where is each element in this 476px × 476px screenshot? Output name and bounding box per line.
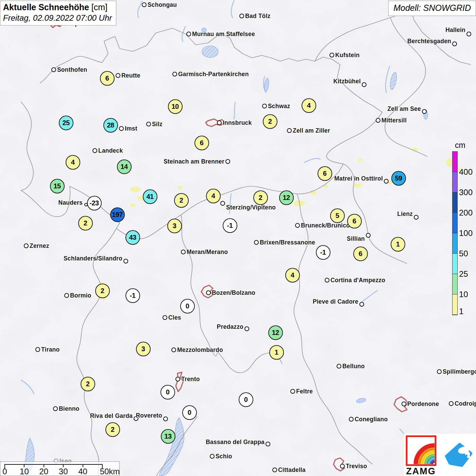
city-marker-icon	[225, 159, 230, 164]
city-marker-icon	[210, 454, 215, 459]
snow-depth-badge: -1	[125, 288, 140, 303]
scale-bar-label: 20	[39, 467, 48, 476]
city-label: Pordenone	[407, 401, 439, 408]
snow-depth-badge: 2	[253, 190, 268, 205]
scale-bar-label: 40	[78, 467, 87, 476]
city-marker-icon	[359, 302, 364, 307]
city-label: Schongau	[148, 1, 177, 8]
city-marker-icon	[64, 293, 69, 298]
city-label: Schlanders/Silandro	[64, 255, 122, 262]
city-marker-icon	[35, 347, 40, 352]
snow-depth-badge: 0	[160, 385, 175, 400]
snow-depth-badge: 2	[78, 216, 93, 231]
snow-depth-badge: -1	[316, 245, 330, 260]
snow-depth-badge: 2	[105, 422, 120, 437]
legend-band	[453, 233, 457, 254]
title-unit: [cm]	[91, 2, 107, 12]
city-marker-icon	[217, 120, 222, 125]
snow-depth-badge: 59	[391, 171, 406, 186]
city-marker-icon	[262, 104, 267, 108]
city-label: Sonthofen	[57, 66, 87, 73]
snow-depth-badge: 6	[353, 247, 368, 261]
legend-band	[453, 274, 457, 294]
city-marker-icon	[414, 215, 419, 220]
snow-depth-badge: 10	[168, 99, 183, 114]
snow-depth-badge: 0	[180, 299, 195, 313]
city-label: Schwaz	[268, 103, 290, 110]
city-label: Berchtesgaden	[407, 38, 451, 45]
snow-depth-badge: 0	[182, 405, 197, 420]
city-label: Zell am See	[387, 105, 421, 113]
city-marker-icon	[220, 201, 225, 206]
city-label: Cittadella	[278, 466, 306, 474]
city-marker-icon	[329, 53, 334, 57]
scale-bar-line	[5, 464, 103, 465]
city-label: Bassano del Grappa	[206, 439, 265, 446]
legend-tick-label: 50	[459, 250, 468, 258]
city-label: Cles	[168, 314, 181, 321]
snow-depth-badge: 4	[285, 268, 300, 283]
snow-depth-badge: 2	[95, 284, 110, 298]
legend: cm 4003002001005025101	[452, 141, 465, 315]
legend-tick-label: 100	[459, 229, 473, 237]
snow-depth-badge: 1	[269, 345, 284, 360]
city-marker-icon	[206, 290, 211, 295]
snow-depth-badge: 6	[347, 214, 362, 228]
city-marker-icon	[142, 2, 147, 7]
city-marker-icon	[244, 326, 249, 331]
city-marker-icon	[123, 259, 128, 264]
city-label: Mittersill	[381, 117, 407, 124]
scale-bar-label: 50km	[100, 467, 120, 476]
snow-depth-badge: 6	[318, 166, 332, 181]
city-label: Garmisch-Partenkirchen	[178, 71, 249, 78]
snow-depth-badge: 14	[117, 159, 132, 174]
city-label: Sillian	[347, 235, 365, 242]
snow-depth-badge: 15	[50, 179, 65, 193]
city-marker-icon	[116, 73, 120, 78]
city-label: Bruneck/Brunico	[301, 222, 350, 229]
city-label: Meran/Merano	[187, 249, 228, 256]
snow-depth-badge: 4	[206, 189, 221, 203]
city-label: Kitzbühel	[333, 78, 361, 85]
city-label: Feltre	[296, 388, 313, 395]
snow-depth-badge: 3	[167, 219, 182, 233]
city-marker-icon	[366, 233, 371, 238]
city-marker-icon	[384, 179, 389, 184]
snow-depth-badge: 4	[302, 98, 316, 113]
snow-depth-badge: -1	[223, 218, 237, 233]
city-label: Belluno	[342, 363, 365, 370]
legend-tick-label: 400	[459, 168, 473, 176]
legend-color-bar: 4003002001005025101	[452, 151, 458, 315]
legend-band	[453, 213, 457, 233]
avalanche-logo-icon	[447, 445, 471, 465]
city-label: Predazzo	[217, 323, 243, 330]
city-marker-icon	[272, 468, 277, 472]
city-marker-icon	[24, 243, 29, 248]
city-label: Matrei in Osttirol	[334, 175, 383, 182]
snow-depth-badge: 1	[391, 237, 405, 252]
city-label: Sterzing/Vipiteno	[226, 204, 276, 211]
snow-depth-badge: 2	[81, 377, 95, 391]
city-label: Steinach am Brenner	[164, 158, 224, 165]
city-label: Codroipo	[455, 400, 476, 407]
city-marker-icon	[402, 402, 406, 406]
legend-tick-label: 25	[459, 270, 468, 278]
city-label: Silz	[152, 121, 163, 128]
snow-depth-badge: 12	[279, 190, 294, 205]
city-label: Pieve di Cadore	[313, 298, 358, 305]
city-marker-icon	[290, 389, 295, 394]
city-label: Bienno	[59, 405, 80, 412]
legend-tick-label: 200	[459, 209, 473, 217]
city-marker-icon	[119, 126, 124, 131]
city-marker-icon	[51, 67, 56, 72]
legend-tick-label: 300	[459, 188, 473, 197]
city-marker-icon	[239, 14, 244, 18]
scale-bar-label: 10	[20, 467, 29, 476]
city-marker-icon	[340, 464, 345, 469]
snow-depth-badge: 25	[59, 116, 73, 130]
city-marker-icon	[53, 406, 58, 411]
city-label: Riva del Garda	[90, 412, 133, 420]
city-label: Tirano	[41, 346, 60, 353]
page-title: Aktuelle Schneehöhe [cm]	[3, 2, 112, 12]
city-marker-icon	[175, 377, 180, 381]
